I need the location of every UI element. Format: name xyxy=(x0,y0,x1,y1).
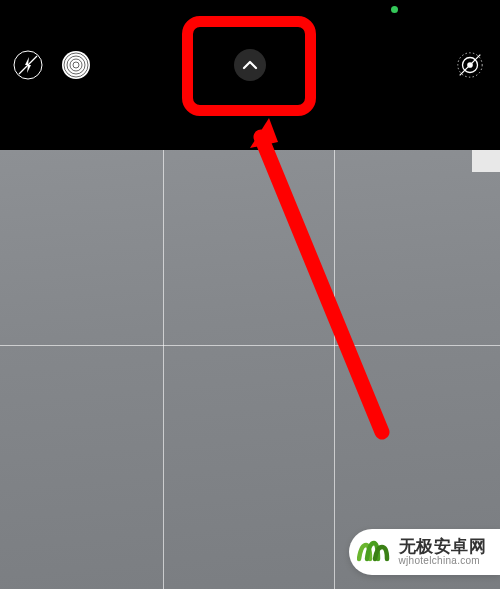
status-indicator-dot xyxy=(391,6,398,13)
viewfinder-edge xyxy=(472,150,500,172)
chevron-up-icon xyxy=(241,56,259,74)
camera-top-bar xyxy=(0,0,500,150)
expand-controls-button[interactable] xyxy=(234,49,266,81)
svg-line-1 xyxy=(19,56,37,74)
watermark-url: wjhotelchina.com xyxy=(399,556,487,567)
grid-line xyxy=(163,150,164,589)
watermark-logo-icon xyxy=(357,535,391,569)
live-photo-button[interactable] xyxy=(455,50,485,80)
watermark-title: 无极安卓网 xyxy=(399,538,487,556)
camera-viewfinder[interactable] xyxy=(0,150,500,589)
watermark-badge: 无极安卓网 wjhotelchina.com xyxy=(349,529,501,575)
flash-toggle-button[interactable] xyxy=(13,50,43,80)
grid-line xyxy=(0,345,500,346)
night-mode-button[interactable] xyxy=(61,50,91,80)
grid-line xyxy=(334,150,335,589)
svg-point-2 xyxy=(62,51,90,79)
